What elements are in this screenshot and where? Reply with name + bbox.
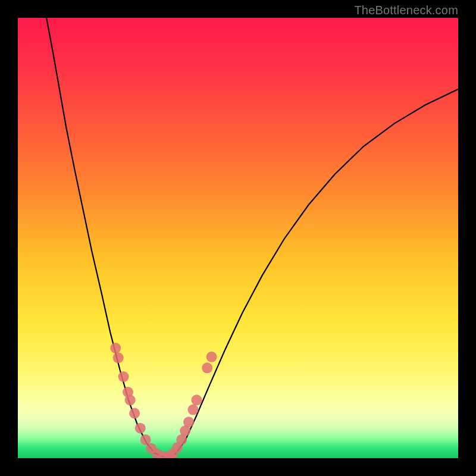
data-point xyxy=(113,352,124,363)
data-point xyxy=(206,352,217,362)
data-point xyxy=(183,416,194,427)
curve-right-branch xyxy=(168,89,458,458)
data-point xyxy=(110,343,121,353)
data-point xyxy=(188,405,199,415)
curve-layer xyxy=(18,18,458,458)
data-point xyxy=(129,408,140,419)
data-point xyxy=(191,394,202,405)
data-point xyxy=(140,434,151,445)
data-point xyxy=(118,371,129,382)
data-point xyxy=(135,423,146,434)
chart-frame: TheBottleneck.com xyxy=(0,0,476,476)
curve-left-branch xyxy=(46,18,168,458)
data-point xyxy=(202,362,212,373)
data-point xyxy=(125,394,136,405)
watermark-text: TheBottleneck.com xyxy=(354,4,458,17)
plot-area xyxy=(18,18,458,458)
